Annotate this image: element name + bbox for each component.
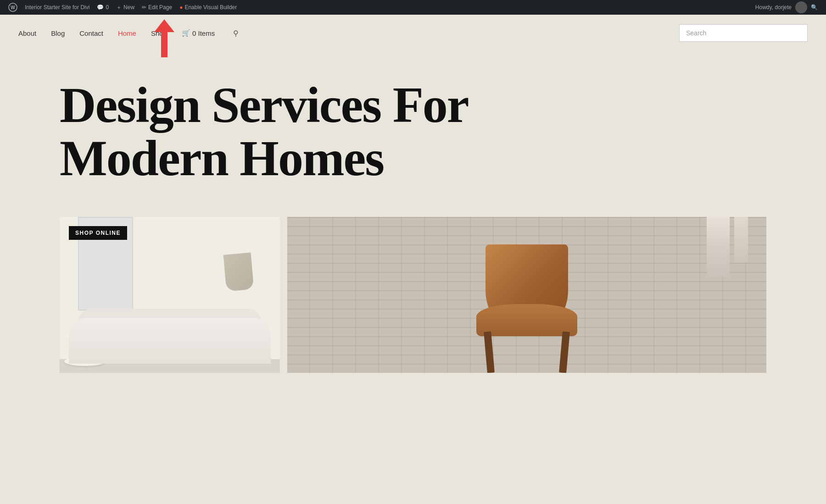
search-input[interactable] [679,24,808,42]
leather-chair [463,244,591,373]
admin-new[interactable]: ＋ New [112,0,138,15]
hero-title: Design Services For Modern Homes [60,79,564,185]
edit-icon: ✏ [142,4,146,11]
arrow-up-icon [154,19,174,32]
chair-seat [476,304,577,336]
admin-wp-logo[interactable]: W [5,0,21,15]
howdy-text: Howdy, dorjete [752,4,795,11]
image-card-left[interactable]: SHOP ONLINE [60,217,280,373]
admin-bar: W Interior Starter Site for Divi 💬 0 ＋ N… [0,0,826,15]
drape [223,253,254,292]
cart-count: 0 Items [192,29,215,37]
avatar[interactable] [795,1,807,13]
admin-search-icon[interactable]: 🔍 [807,0,821,15]
cart-icon: 🛒 [182,29,190,37]
hanging-cloth-2 [734,217,748,263]
chair-leg-right [559,331,570,373]
nav-contact[interactable]: Contact [79,29,103,37]
nav-search-icon[interactable]: ⚲ [233,29,239,38]
interior-right [287,217,766,373]
nav-blog[interactable]: Blog [51,29,65,37]
main-nav: About Blog Contact Home Shop 🛒 0 Items ⚲ [0,15,826,51]
plus-icon: ＋ [116,4,122,11]
admin-site-name[interactable]: Interior Starter Site for Divi [21,0,93,15]
hanging-cloth-1 [707,217,730,277]
arrow-indicator [154,19,174,57]
nav-about[interactable]: About [18,29,36,37]
sofa-scene [60,217,280,373]
search-box [679,24,808,42]
sofa [69,318,271,364]
svg-text:W: W [11,5,15,10]
divi-icon: ● [179,4,183,11]
nav-cart[interactable]: 🛒 0 Items [182,29,215,37]
image-grid: SHOP ONLINE [0,203,826,373]
admin-comments[interactable]: 💬 0 [93,0,112,15]
chair-leg-left [484,331,495,373]
nav-home[interactable]: Home [118,29,136,37]
image-card-right[interactable] [287,217,766,373]
hero-section: Design Services For Modern Homes [0,51,826,203]
shop-online-badge[interactable]: SHOP ONLINE [69,226,127,240]
admin-bar-right: Howdy, dorjete 🔍 [752,0,821,15]
admin-edit-page[interactable]: ✏ Edit Page [138,0,176,15]
arrow-shaft [161,32,167,57]
comment-bubble-icon: 💬 [97,4,104,11]
admin-visual-builder[interactable]: ● Enable Visual Builder [176,0,240,15]
